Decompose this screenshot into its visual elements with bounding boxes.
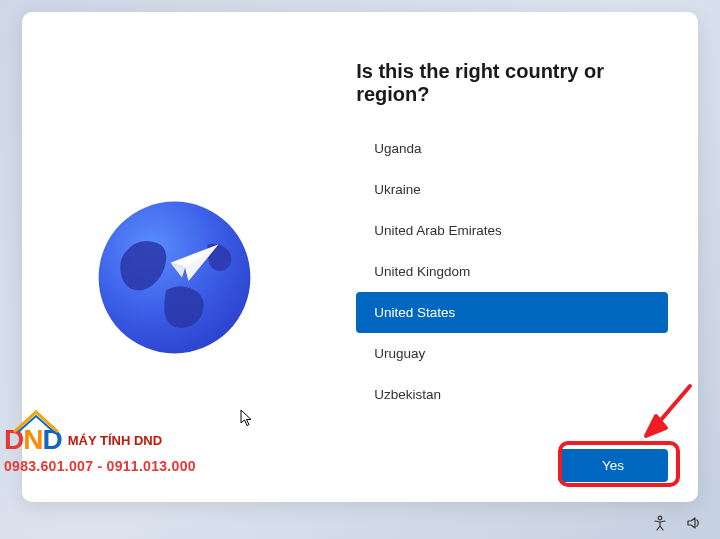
svg-point-2 bbox=[658, 516, 662, 520]
globe-paper-plane-illustration bbox=[92, 195, 257, 360]
list-item[interactable]: Uganda bbox=[356, 128, 668, 169]
svg-point-0 bbox=[98, 201, 250, 353]
page-title: Is this the right country or region? bbox=[356, 60, 668, 106]
country-list[interactable]: Uganda Ukraine United Arab Emirates Unit… bbox=[356, 128, 668, 441]
cursor-icon bbox=[240, 409, 254, 427]
content-pane: Is this the right country or region? Uga… bbox=[326, 12, 698, 502]
volume-icon[interactable] bbox=[686, 515, 702, 531]
oobe-window: Is this the right country or region? Uga… bbox=[22, 12, 698, 502]
list-item[interactable]: United Arab Emirates bbox=[356, 210, 668, 251]
list-item[interactable]: United Kingdom bbox=[356, 251, 668, 292]
illustration-pane bbox=[22, 12, 326, 502]
action-row: Yes bbox=[356, 449, 668, 482]
taskbar-tray bbox=[652, 515, 702, 531]
list-item[interactable]: Uruguay bbox=[356, 333, 668, 374]
accessibility-icon[interactable] bbox=[652, 515, 668, 531]
list-item[interactable]: Uzbekistan bbox=[356, 374, 668, 415]
yes-button[interactable]: Yes bbox=[558, 449, 668, 482]
list-item[interactable]: Ukraine bbox=[356, 169, 668, 210]
list-item-selected[interactable]: United States bbox=[356, 292, 668, 333]
